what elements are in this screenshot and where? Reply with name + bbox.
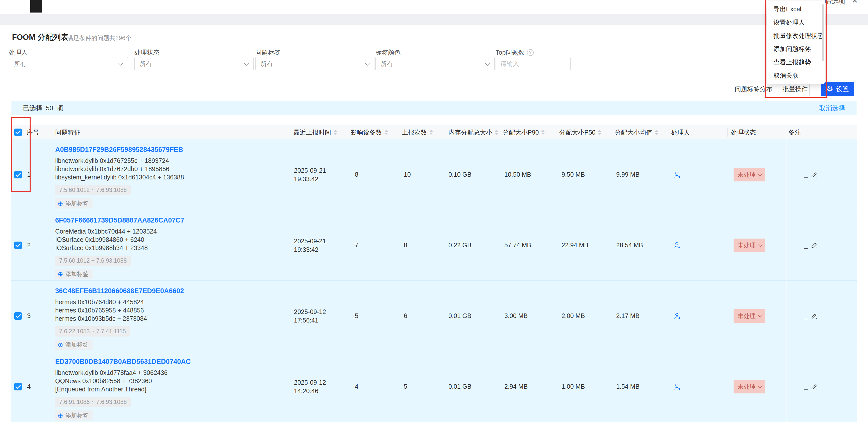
issue-hash-link[interactable]: 6F057F66661739D5D8887AA826CA07C7	[55, 217, 184, 224]
row-checkbox[interactable]	[14, 312, 22, 320]
header-last-report-time[interactable]: 最近上报时间	[291, 128, 349, 137]
sort-icon[interactable]	[495, 130, 498, 135]
status-select[interactable]: 未处理	[734, 168, 765, 182]
reports-count: 5	[400, 351, 446, 422]
plus-circle-icon: ⊕	[58, 271, 63, 278]
add-tag-button[interactable]: ⊕添加标签	[55, 339, 93, 350]
sort-icon[interactable]	[541, 130, 545, 135]
help-icon[interactable]: ?	[527, 49, 534, 56]
header-handle-status: 处理状态	[727, 128, 786, 137]
menu-item-unlink[interactable]: 取消关联	[767, 69, 825, 82]
alloc-avg: 1.54 MB	[613, 351, 666, 422]
add-assignee-icon[interactable]	[673, 382, 682, 391]
issue-hash-link[interactable]: ED3700B0DB1407B0ABD5631DED0740AC	[55, 358, 191, 366]
stack-frame: CoreMedia 0x1bbc70d44 + 1203524	[55, 227, 291, 235]
alloc-p50: 9.50 MB	[557, 139, 613, 210]
header-devices[interactable]: 影响设备数	[349, 128, 400, 137]
column-divider	[727, 128, 727, 137]
edit-note-icon[interactable]	[811, 313, 817, 320]
batch-operations-button[interactable]: 批量操作	[781, 82, 810, 96]
tag-color-select[interactable]: 所有	[375, 57, 495, 70]
sort-icon[interactable]	[334, 130, 337, 135]
note-value: _	[804, 312, 808, 320]
sort-icon[interactable]	[655, 130, 658, 135]
alloc-avg: 9.99 MB	[613, 139, 666, 210]
filter-panel-label: 筛选项	[824, 0, 845, 6]
settings-button[interactable]: ⚙ 设置	[821, 82, 854, 96]
total-alloc: 0.01 GB	[446, 281, 501, 351]
row-checkbox[interactable]	[14, 241, 22, 249]
menu-item-export-excel[interactable]: 导出Excel	[767, 2, 825, 16]
menu-scrollbar[interactable]	[822, 4, 824, 61]
header-p50[interactable]: 分配大小P50	[557, 128, 613, 137]
status-select[interactable]: 所有	[134, 57, 253, 70]
top-count-input[interactable]	[496, 57, 570, 70]
last-report-time: 2025-09-12 14:20:46	[291, 351, 349, 422]
chevron-down-icon	[758, 242, 763, 247]
total-alloc: 0.01 GB	[446, 351, 501, 422]
last-report-time: 2025-09-21 19:33:42	[291, 139, 349, 210]
add-assignee-icon[interactable]	[673, 241, 682, 250]
note-value: _	[804, 383, 808, 390]
selection-count-text: 已选择 50 项	[23, 104, 63, 112]
issue-hash-link[interactable]: 36C48EFE6B1120660688E7ED9E0A6602	[55, 287, 184, 295]
sort-icon[interactable]	[598, 130, 601, 135]
edit-note-icon[interactable]	[811, 383, 817, 390]
close-icon[interactable]: ✕	[852, 0, 858, 5]
header-assignee: 处理人	[666, 128, 727, 137]
sort-icon[interactable]	[429, 130, 433, 135]
menu-item-add-tag[interactable]: 添加问题标签	[767, 42, 825, 56]
menu-item-report-trend[interactable]: 查看上报趋势	[767, 56, 825, 69]
header-avg[interactable]: 分配大小均值	[613, 128, 666, 137]
alloc-p90: 3.00 MB	[501, 281, 557, 351]
add-assignee-icon[interactable]	[673, 170, 682, 179]
handler-select[interactable]: 所有	[9, 57, 128, 70]
menu-item-set-handler[interactable]: 设置处理人	[767, 16, 825, 29]
edit-note-icon[interactable]	[811, 171, 817, 178]
batch-operations-menu: 导出Excel 设置处理人 批量修改处理状态 添加问题标签 查看上报趋势 取消关…	[767, 1, 825, 84]
add-tag-button[interactable]: ⊕添加标签	[55, 198, 93, 208]
edit-note-icon[interactable]	[811, 242, 817, 249]
alloc-avg: 28.54 MB	[613, 210, 666, 281]
row-index: 3	[25, 281, 54, 351]
cancel-selection-link[interactable]: 取消选择	[819, 104, 845, 112]
header-p90[interactable]: 分配大小P90	[501, 128, 557, 137]
table-header: 序号 问题特征 最近上报时间 影响设备数 上报次数 内存分配总大小 分配大小P9…	[11, 125, 857, 139]
version-range-tag: 7.6.22.1053 ~ 7.7.41.1115	[55, 326, 130, 336]
table-row: 3 36C48EFE6B1120660688E7ED9E0A6602 herme…	[11, 281, 857, 351]
reports-count: 10	[400, 139, 446, 210]
header-total-alloc[interactable]: 内存分配总大小	[446, 128, 501, 137]
add-tag-button[interactable]: ⊕添加标签	[55, 269, 93, 279]
status-select[interactable]: 未处理	[734, 309, 765, 323]
menu-item-batch-status[interactable]: 批量修改处理状态	[767, 29, 825, 42]
note-value: _	[804, 171, 808, 178]
chevron-down-icon	[758, 172, 763, 176]
stack-frame: IOSurface 0x1b9988b34 + 23348	[55, 244, 291, 252]
add-tag-button[interactable]: ⊕添加标签	[55, 410, 93, 421]
version-range-tag: 7.6.91.1086 ~ 7.6.93.1088	[55, 397, 131, 407]
chevron-down-icon	[485, 60, 490, 65]
filter-label-status: 处理状态	[134, 48, 159, 57]
status-select[interactable]: 未处理	[734, 380, 765, 393]
status-select[interactable]: 未处理	[734, 238, 765, 252]
devices-count: 4	[349, 351, 400, 422]
sort-icon[interactable]	[384, 130, 388, 135]
add-assignee-icon[interactable]	[673, 312, 682, 320]
filter-label-handler: 处理人	[9, 48, 28, 57]
tag-distribution-button[interactable]: 问题标签分布	[731, 82, 776, 96]
reports-count: 6	[400, 281, 446, 351]
stack-frame: libsystem_kernel.dylib 0x1d61304c4 + 136…	[55, 173, 291, 182]
row-checkbox[interactable]	[14, 383, 22, 390]
tag-select[interactable]: 所有	[255, 57, 374, 70]
header-issue-feature: 问题特征	[54, 128, 291, 137]
filter-label-tag-color: 标签颜色	[375, 48, 401, 57]
row-index: 2	[25, 210, 54, 281]
page-subtitle: 满足条件的问题共296个	[67, 34, 131, 42]
header-reports[interactable]: 上报次数	[400, 128, 446, 137]
select-all-checkbox[interactable]	[14, 129, 22, 136]
stack-frame: libnetwork.dylib 0x1d7672db0 + 1895856	[55, 165, 291, 173]
version-range-tag: 7.5.60.1012 ~ 7.6.93.1088	[55, 185, 131, 195]
alloc-p50: 22.94 MB	[557, 210, 613, 281]
issue-hash-link[interactable]: A0B985D17F29B26F5989528435679FEB	[55, 146, 183, 154]
row-checkbox[interactable]	[14, 171, 22, 178]
